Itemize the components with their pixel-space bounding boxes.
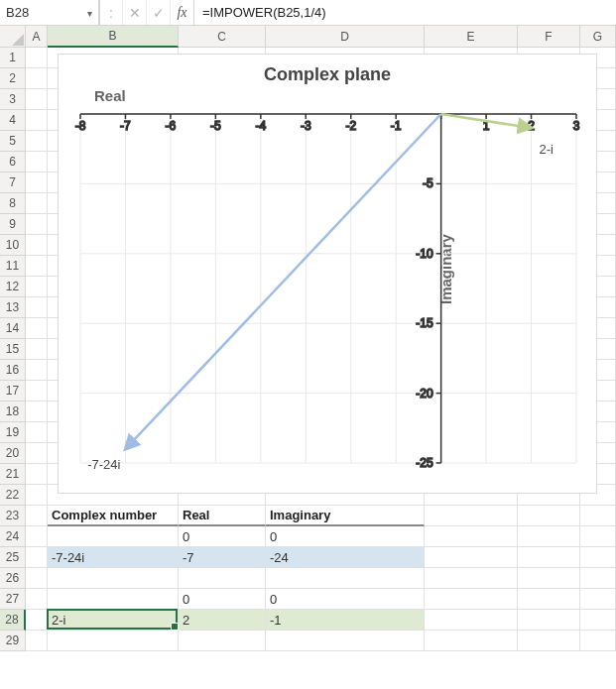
cell-A24[interactable]: [26, 526, 48, 547]
cell-E26[interactable]: [425, 568, 518, 589]
cell-A16[interactable]: [26, 360, 48, 381]
row-header-8[interactable]: 8: [0, 193, 26, 214]
column-header-A[interactable]: A: [26, 26, 48, 48]
cell-B29[interactable]: [48, 631, 179, 651]
cell-C24[interactable]: 0: [179, 526, 266, 547]
cell-E27[interactable]: [425, 589, 518, 610]
column-header-F[interactable]: F: [518, 26, 580, 48]
cell-A25[interactable]: [26, 547, 48, 568]
cell-F27[interactable]: [518, 589, 580, 610]
cell-F24[interactable]: [518, 526, 580, 547]
cell-D25[interactable]: -24: [266, 547, 425, 568]
cell-D23[interactable]: Imaginary: [266, 506, 425, 526]
cell-E29[interactable]: [425, 631, 518, 651]
cell-A12[interactable]: [26, 277, 48, 297]
row-header-3[interactable]: 3: [0, 89, 26, 110]
cell-C26[interactable]: [179, 568, 266, 589]
cell-F28[interactable]: [518, 610, 580, 631]
cell-B23[interactable]: Complex number: [48, 506, 179, 526]
cell-A4[interactable]: [26, 110, 48, 131]
cell-A15[interactable]: [26, 339, 48, 360]
column-header-E[interactable]: E: [425, 26, 518, 48]
column-header-G[interactable]: G: [580, 26, 616, 48]
row-header-28[interactable]: 28: [0, 610, 26, 631]
row-header-13[interactable]: 13: [0, 297, 26, 318]
cell-A18[interactable]: [26, 402, 48, 422]
cell-B26[interactable]: [48, 568, 179, 589]
cell-E28[interactable]: [425, 610, 518, 631]
cell-A9[interactable]: [26, 214, 48, 235]
cell-D26[interactable]: [266, 568, 425, 589]
cell-A2[interactable]: [26, 68, 48, 89]
cell-D24[interactable]: 0: [266, 526, 425, 547]
fx-icon[interactable]: fx: [171, 0, 194, 25]
cell-F23[interactable]: [518, 506, 580, 526]
cell-C23[interactable]: Real: [179, 506, 266, 526]
row-header-4[interactable]: 4: [0, 110, 26, 131]
column-header-B[interactable]: B: [48, 26, 179, 48]
cell-A28[interactable]: [26, 610, 48, 631]
row-header-29[interactable]: 29: [0, 631, 26, 651]
cell-B27[interactable]: [48, 589, 179, 610]
cell-A27[interactable]: [26, 589, 48, 610]
row-header-5[interactable]: 5: [0, 131, 26, 152]
cell-A8[interactable]: [26, 193, 48, 214]
confirm-icon[interactable]: ✓: [147, 0, 171, 25]
cell-C28[interactable]: 2: [179, 610, 266, 631]
select-all-corner[interactable]: [0, 26, 26, 48]
row-header-7[interactable]: 7: [0, 172, 26, 193]
row-header-10[interactable]: 10: [0, 235, 26, 256]
row-header-26[interactable]: 26: [0, 568, 26, 589]
row-header-20[interactable]: 20: [0, 443, 26, 464]
row-header-14[interactable]: 14: [0, 318, 26, 339]
range-colon-button[interactable]: :: [99, 0, 123, 25]
cell-B25[interactable]: -7-24i: [48, 547, 179, 568]
cell-E23[interactable]: [425, 506, 518, 526]
column-header-D[interactable]: D: [266, 26, 425, 48]
cell-F26[interactable]: [518, 568, 580, 589]
row-header-9[interactable]: 9: [0, 214, 26, 235]
cell-A13[interactable]: [26, 297, 48, 318]
cell-G28[interactable]: [580, 610, 616, 631]
row-header-25[interactable]: 25: [0, 547, 26, 568]
cell-A14[interactable]: [26, 318, 48, 339]
cell-B24[interactable]: [48, 526, 179, 547]
row-header-19[interactable]: 19: [0, 422, 26, 443]
cell-A11[interactable]: [26, 256, 48, 277]
row-header-23[interactable]: 23: [0, 506, 26, 526]
cell-E24[interactable]: [425, 526, 518, 547]
cell-D28[interactable]: -1: [266, 610, 425, 631]
name-box[interactable]: B28 ▾: [0, 0, 99, 25]
cell-A20[interactable]: [26, 443, 48, 464]
row-header-17[interactable]: 17: [0, 381, 26, 402]
cell-A7[interactable]: [26, 172, 48, 193]
cell-A5[interactable]: [26, 131, 48, 152]
row-header-2[interactable]: 2: [0, 68, 26, 89]
row-header-12[interactable]: 12: [0, 277, 26, 297]
cell-C29[interactable]: [179, 631, 266, 651]
row-header-22[interactable]: 22: [0, 485, 26, 506]
cell-A10[interactable]: [26, 235, 48, 256]
cell-A26[interactable]: [26, 568, 48, 589]
cell-D27[interactable]: 0: [266, 589, 425, 610]
cells-area[interactable]: Complex plane Real Imaginary -8-7-6-5-4-…: [26, 48, 616, 651]
cell-A23[interactable]: [26, 506, 48, 526]
row-header-1[interactable]: 1: [0, 48, 26, 68]
cell-A17[interactable]: [26, 381, 48, 402]
cell-G29[interactable]: [580, 631, 616, 651]
cell-F25[interactable]: [518, 547, 580, 568]
cancel-icon[interactable]: ✕: [123, 0, 147, 25]
chart-object[interactable]: Complex plane Real Imaginary -8-7-6-5-4-…: [58, 54, 597, 494]
chevron-down-icon[interactable]: ▾: [87, 7, 92, 18]
formula-input[interactable]: =IMPOWER(B25,1/4): [194, 0, 616, 25]
cell-F29[interactable]: [518, 631, 580, 651]
cell-G26[interactable]: [580, 568, 616, 589]
row-header-16[interactable]: 16: [0, 360, 26, 381]
cell-G24[interactable]: [580, 526, 616, 547]
cell-C25[interactable]: -7: [179, 547, 266, 568]
cell-G25[interactable]: [580, 547, 616, 568]
cell-A21[interactable]: [26, 464, 48, 485]
row-header-18[interactable]: 18: [0, 402, 26, 422]
cell-D29[interactable]: [266, 631, 425, 651]
cell-A22[interactable]: [26, 485, 48, 506]
